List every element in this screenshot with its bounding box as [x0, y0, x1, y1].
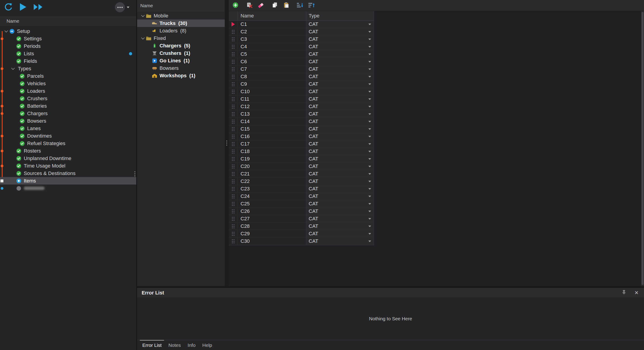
- grid-row-c14[interactable]: C14CAT: [229, 118, 374, 125]
- scrollbar-thumb[interactable]: [642, 12, 644, 285]
- name-cell[interactable]: C12: [237, 103, 306, 110]
- setup-tree-item-rosters[interactable]: Rosters: [0, 147, 136, 155]
- setup-tree-item-settings[interactable]: Settings: [0, 35, 136, 42]
- name-cell[interactable]: C19: [237, 155, 306, 162]
- panel-splitter[interactable]: [225, 0, 229, 286]
- row-drag-handle[interactable]: [229, 215, 237, 222]
- row-drag-handle[interactable]: [229, 170, 237, 178]
- name-cell[interactable]: C28: [237, 223, 306, 230]
- chevron-down-icon[interactable]: [368, 166, 371, 167]
- setup-tree-item-sources-destinations[interactable]: Sources & Destinations: [0, 169, 136, 177]
- row-drag-handle[interactable]: [229, 103, 237, 110]
- copy-button[interactable]: [271, 2, 278, 9]
- grid-row-c3[interactable]: C3CAT: [229, 36, 374, 43]
- setup-tree-item-time-usage-model[interactable]: Time Usage Model: [0, 162, 136, 169]
- row-drag-handle[interactable]: [229, 66, 237, 73]
- equipment-tree-item-trucks[interactable]: Trucks(30): [137, 20, 225, 27]
- grid-row-c10[interactable]: C10CAT: [229, 88, 374, 95]
- chevron-down-icon[interactable]: [368, 76, 371, 78]
- name-cell[interactable]: C17: [237, 140, 306, 147]
- row-drag-handle[interactable]: [229, 51, 237, 58]
- name-cell[interactable]: C4: [237, 43, 306, 50]
- chevron-down-icon[interactable]: [368, 39, 371, 40]
- name-cell[interactable]: C26: [237, 208, 306, 215]
- name-cell[interactable]: C18: [237, 148, 306, 155]
- type-dropdown[interactable]: CAT: [306, 80, 374, 88]
- setup-tree-item-items[interactable]: Items: [0, 177, 136, 185]
- setup-tree-item-downtimes[interactable]: Downtimes: [0, 132, 136, 140]
- type-dropdown[interactable]: CAT: [306, 103, 374, 110]
- chevron-down-icon[interactable]: [368, 46, 371, 48]
- name-cell[interactable]: C13: [237, 110, 306, 118]
- row-drag-handle[interactable]: [229, 28, 237, 35]
- chevron-down-icon[interactable]: [368, 24, 371, 25]
- sidebar-splitter-handle[interactable]: [134, 171, 136, 176]
- name-cell[interactable]: C21: [237, 170, 306, 178]
- setup-tree-item-fields[interactable]: Fields: [0, 57, 136, 65]
- chevron-down-icon[interactable]: [368, 54, 371, 55]
- row-drag-handle[interactable]: [229, 43, 237, 50]
- chevron-down-icon[interactable]: [368, 143, 371, 145]
- grid-row-c21[interactable]: C21CAT: [229, 170, 374, 178]
- chevron-down-icon[interactable]: [368, 106, 371, 107]
- type-dropdown[interactable]: CAT: [306, 51, 374, 58]
- row-drag-handle[interactable]: [229, 140, 237, 147]
- name-cell[interactable]: C15: [237, 125, 306, 133]
- row-drag-handle[interactable]: [229, 238, 237, 245]
- name-cell[interactable]: C23: [237, 185, 306, 193]
- grid-row-c5[interactable]: C5CAT: [229, 51, 374, 58]
- expander-chevron-icon[interactable]: [10, 65, 16, 72]
- setup-tree-item-unplanned-downtime[interactable]: Unplanned Downtime: [0, 155, 136, 162]
- type-dropdown[interactable]: CAT: [306, 88, 374, 95]
- row-drag-handle[interactable]: [229, 88, 237, 95]
- chevron-down-icon[interactable]: [368, 113, 371, 115]
- chevron-down-icon[interactable]: [368, 158, 371, 160]
- row-drag-handle[interactable]: [229, 193, 237, 200]
- type-dropdown[interactable]: CAT: [306, 155, 374, 162]
- grid-header-type[interactable]: Type: [306, 11, 374, 20]
- fast-forward-button[interactable]: [33, 4, 44, 11]
- tab-notes[interactable]: Notes: [167, 340, 182, 350]
- grid-row-c12[interactable]: C12CAT: [229, 103, 374, 110]
- chevron-down-icon[interactable]: [368, 31, 371, 33]
- chevron-down-icon[interactable]: [368, 218, 371, 220]
- row-drag-handle[interactable]: [229, 155, 237, 162]
- name-cell[interactable]: C20: [237, 163, 306, 170]
- name-cell[interactable]: C9: [237, 80, 306, 88]
- chevron-down-icon[interactable]: [368, 188, 371, 190]
- row-drag-handle[interactable]: [229, 185, 237, 193]
- grid-row-c25[interactable]: C25CAT: [229, 200, 374, 208]
- chevron-down-icon[interactable]: [368, 91, 371, 92]
- type-dropdown[interactable]: CAT: [306, 230, 374, 237]
- setup-tree-item-lanes[interactable]: Lanes: [0, 125, 136, 132]
- grid-row-c16[interactable]: C16CAT: [229, 133, 374, 140]
- row-drag-handle[interactable]: [229, 80, 237, 88]
- type-dropdown[interactable]: CAT: [306, 238, 374, 245]
- equipment-tree-item-mobile[interactable]: Mobile: [137, 12, 225, 20]
- grid-row-c30[interactable]: C30CAT: [229, 238, 374, 245]
- delete-rows-button[interactable]: [246, 2, 253, 9]
- chevron-down-icon[interactable]: [368, 196, 371, 197]
- setup-tree-item-bowsers[interactable]: Bowsers: [0, 117, 136, 125]
- type-dropdown[interactable]: CAT: [306, 140, 374, 147]
- grid-row-c8[interactable]: C8CAT: [229, 73, 374, 80]
- grid-row-c15[interactable]: C15CAT: [229, 125, 374, 133]
- name-cell[interactable]: C2: [237, 28, 306, 35]
- name-cell[interactable]: C10: [237, 88, 306, 95]
- row-drag-handle[interactable]: [229, 58, 237, 65]
- setup-tree-item-types[interactable]: Types: [0, 65, 136, 72]
- chevron-down-icon[interactable]: [368, 68, 371, 70]
- row-drag-handle[interactable]: [229, 95, 237, 103]
- chevron-down-icon[interactable]: [368, 173, 371, 175]
- type-dropdown[interactable]: CAT: [306, 200, 374, 207]
- grid-row-c4[interactable]: C4CAT: [229, 43, 374, 51]
- row-drag-handle[interactable]: [229, 178, 237, 185]
- grid-header-name[interactable]: Name: [237, 11, 306, 20]
- type-dropdown[interactable]: CAT: [306, 66, 374, 73]
- equipment-tree-item-workshops[interactable]: Workshops(1): [137, 72, 225, 79]
- chevron-down-icon[interactable]: [368, 98, 371, 100]
- name-cell[interactable]: C27: [237, 215, 306, 222]
- chevron-down-icon[interactable]: [368, 121, 371, 122]
- vertical-scrollbar[interactable]: [641, 11, 644, 286]
- grid-row-c22[interactable]: C22CAT: [229, 178, 374, 185]
